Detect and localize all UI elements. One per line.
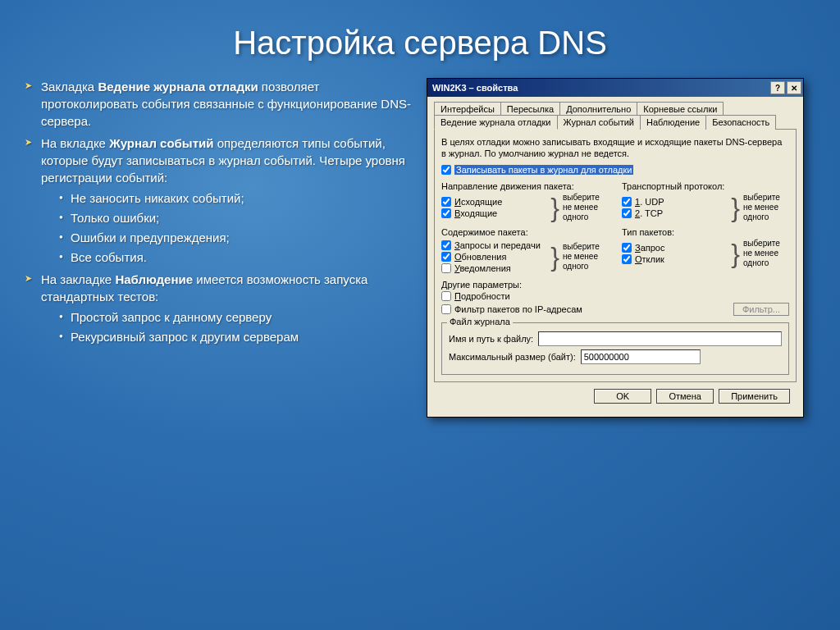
bullet-item: Закладка Ведение журнала отладки позволя…	[25, 78, 418, 130]
log-packets-checkbox[interactable]	[441, 165, 451, 175]
other-label: Другие параметры:	[441, 280, 789, 290]
slide-content: Закладка Ведение журнала отладки позволя…	[0, 78, 840, 418]
details-checkbox[interactable]	[441, 291, 451, 301]
tcp-checkbox[interactable]	[622, 208, 632, 218]
info-text: В целях отладки можно записывать входящи…	[441, 136, 789, 160]
size-input[interactable]	[581, 349, 701, 364]
tab-forwarding[interactable]: Пересылка	[500, 102, 560, 116]
tab-panel: В целях отладки можно записывать входящи…	[434, 129, 797, 382]
ptype-label: Тип пакетов:	[622, 227, 789, 237]
tab-debug-logging[interactable]: Ведение журнала отладки	[434, 115, 558, 130]
queries-checkbox[interactable]	[441, 240, 451, 250]
properties-dialog: WIN2K3 – свойства ? ✕ Интерфейсы Пересыл…	[427, 78, 804, 418]
tab-interfaces[interactable]: Интерфейсы	[434, 102, 501, 116]
transport-note: выберите не менее одного	[743, 193, 789, 222]
filter-button[interactable]: Фильтр...	[733, 303, 789, 316]
help-button[interactable]: ?	[770, 81, 785, 94]
log-packets-label: Записывать пакеты в журнал для отладки	[454, 165, 633, 175]
bullet-item: На вкладке Журнал событий определяются т…	[25, 135, 418, 266]
dialog-title: WIN2K3 – свойства	[432, 83, 769, 93]
brace-icon: }	[550, 244, 559, 270]
tab-row-1: Интерфейсы Пересылка Дополнительно Корне…	[434, 102, 797, 116]
udp-checkbox[interactable]	[622, 197, 632, 207]
sub-bullet: Ошибки и предупреждения;	[41, 229, 418, 246]
tab-monitoring[interactable]: Наблюдение	[640, 115, 706, 130]
slide-title: Настройка сервера DNS	[0, 0, 840, 78]
brace-icon: }	[550, 194, 559, 221]
path-input[interactable]	[538, 331, 782, 346]
brace-icon: }	[731, 240, 740, 267]
tab-security[interactable]: Безопасность	[705, 115, 776, 130]
response-checkbox[interactable]	[622, 254, 632, 264]
brace-icon: }	[731, 194, 740, 221]
transport-label: Транспортный протокол:	[622, 181, 789, 191]
path-label: Имя и путь к файлу:	[449, 334, 533, 344]
logfile-group-title: Файл журнала	[447, 317, 513, 326]
sub-bullet: Рекурсивный запрос к другим серверам	[41, 328, 418, 345]
dialog-titlebar: WIN2K3 – свойства ? ✕	[427, 79, 803, 97]
bullet-list: Закладка Ведение журнала отладки позволя…	[25, 78, 418, 418]
outgoing-checkbox[interactable]	[441, 197, 451, 207]
incoming-checkbox[interactable]	[441, 208, 451, 218]
ok-button[interactable]: OK	[594, 389, 651, 404]
direction-label: Направление движения пакета:	[441, 181, 609, 191]
tab-event-log[interactable]: Журнал событий	[557, 115, 641, 130]
logfile-group: Файл журнала Имя и путь к файлу: Максима…	[441, 322, 789, 375]
direction-note: выберите не менее одного	[563, 193, 609, 222]
sub-bullet: Не заносить никаких событий;	[41, 189, 418, 207]
ipfilter-checkbox[interactable]	[441, 304, 451, 314]
apply-button[interactable]: Применить	[719, 389, 790, 404]
ptype-note: выберите не менее одного	[743, 239, 789, 268]
tab-root-hints[interactable]: Корневые ссылки	[637, 102, 724, 116]
tab-advanced[interactable]: Дополнительно	[559, 102, 637, 116]
dialog-buttons: OK Отмена Применить	[434, 382, 797, 410]
updates-checkbox[interactable]	[441, 252, 451, 262]
notifications-checkbox[interactable]	[441, 263, 451, 273]
sub-bullet: Простой запрос к данному серверу	[41, 308, 418, 326]
content-label: Содержимое пакета:	[441, 227, 609, 237]
bullet-item: На закладке Наблюдение имеется возможнос…	[25, 271, 418, 345]
sub-bullet: Только ошибки;	[41, 209, 418, 226]
request-checkbox[interactable]	[622, 243, 632, 253]
sub-bullet: Все события.	[41, 249, 418, 266]
cancel-button[interactable]: Отмена	[656, 389, 714, 404]
close-button[interactable]: ✕	[787, 81, 801, 94]
content-note: выберите не менее одного	[563, 242, 609, 272]
size-label: Максимальный размер (байт):	[449, 352, 576, 362]
tab-row-2: Ведение журнала отладки Журнал событий Н…	[434, 116, 797, 130]
